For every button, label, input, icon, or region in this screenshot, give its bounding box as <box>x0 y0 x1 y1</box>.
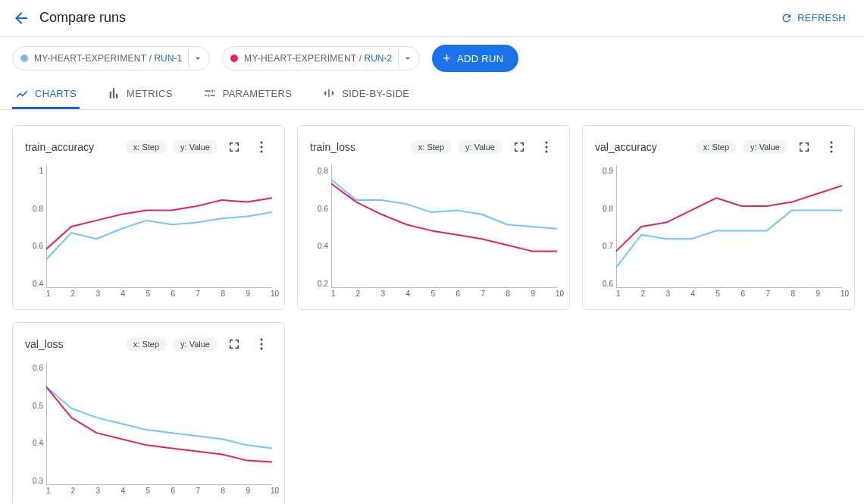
y-tick: 0.8 <box>318 167 328 175</box>
run-name-label: RUN-1 <box>154 53 182 64</box>
plot-area: 12345678910 <box>46 165 272 302</box>
chart-body: 0.60.50.40.312345678910 <box>25 362 272 499</box>
chart-body: 0.90.80.70.612345678910 <box>595 165 842 302</box>
plot-svg <box>331 165 557 288</box>
y-axis: 0.80.60.40.2 <box>310 165 331 302</box>
run-color-dot <box>230 55 238 62</box>
y-tick: 1 <box>39 167 43 175</box>
x-tick: 1 <box>46 290 47 302</box>
y-axis: 10.80.60.4 <box>25 165 46 302</box>
more-options-button-icon <box>540 140 553 154</box>
plot-svg <box>616 165 842 288</box>
x-tick: 10 <box>271 487 271 499</box>
chart-title: val_accuracy <box>595 141 690 153</box>
x-tick: 9 <box>246 290 247 302</box>
x-tick: 9 <box>531 290 532 302</box>
chart-line-icon <box>15 86 29 100</box>
plot-area: 12345678910 <box>616 165 842 302</box>
refresh-button[interactable]: REFRESH <box>775 8 852 29</box>
more-options-button[interactable] <box>821 136 842 158</box>
run-chip-run-2[interactable]: MY-HEART-EXPERIMENT / RUN-2 <box>222 46 420 70</box>
add-run-button[interactable]: + ADD RUN <box>432 45 518 72</box>
chart-body: 10.80.60.412345678910 <box>25 165 272 302</box>
x-tick: 2 <box>641 290 642 302</box>
x-tick: 5 <box>431 290 432 302</box>
y-tick: 0.6 <box>33 364 43 372</box>
tab-metrics[interactable]: METRICS <box>104 80 176 109</box>
x-tick: 3 <box>381 290 382 302</box>
refresh-icon <box>781 12 793 24</box>
chart-title: val_loss <box>25 338 120 350</box>
fullscreen-button[interactable] <box>224 136 245 158</box>
run-chip-dropdown[interactable] <box>398 49 416 67</box>
arrow-left-icon <box>12 9 30 27</box>
tab-side-by-side-label: SIDE-BY-SIDE <box>342 88 409 99</box>
chart-card-val_accuracy: val_accuracyx: Stepy: Value 0.90.80.70.6… <box>582 125 855 310</box>
add-run-label: ADD RUN <box>457 53 503 64</box>
y-tick: 0.6 <box>603 280 613 288</box>
series-line-RUN-1 <box>616 210 842 268</box>
fullscreen-button[interactable] <box>794 136 815 158</box>
more-options-button[interactable] <box>251 136 272 158</box>
y-tick: 0.4 <box>318 242 328 250</box>
more-options-button[interactable] <box>536 136 557 158</box>
series-line-RUN-2 <box>46 387 272 462</box>
chart-card-train_loss: train_lossx: Stepy: Value 0.80.60.40.212… <box>297 125 570 310</box>
chart-body: 0.80.60.40.212345678910 <box>310 165 557 302</box>
more-options-button[interactable] <box>251 333 272 355</box>
x-tick: 5 <box>146 487 147 499</box>
chart-card-val_loss: val_lossx: Stepy: Value 0.60.50.40.31234… <box>12 322 285 504</box>
y-axis-chip: y: Value <box>743 140 787 154</box>
run-chip-dropdown[interactable] <box>188 49 206 67</box>
bar-chart-icon <box>107 86 121 100</box>
fullscreen-button-icon <box>227 140 241 154</box>
x-axis: 12345678910 <box>46 487 272 499</box>
series-line-RUN-1 <box>331 180 557 229</box>
y-tick: 0.4 <box>33 280 43 288</box>
tabs: CHARTS METRICS PARAMETERS SIDE-BY-SIDE <box>0 80 864 110</box>
x-axis: 12345678910 <box>46 290 272 302</box>
y-axis-chip: y: Value <box>458 140 502 154</box>
x-tick: 6 <box>741 290 742 302</box>
fullscreen-button[interactable] <box>509 136 530 158</box>
x-tick: 4 <box>121 487 122 499</box>
x-tick: 10 <box>556 290 556 302</box>
x-tick: 2 <box>71 487 72 499</box>
y-axis-chip: y: Value <box>173 337 218 351</box>
x-tick: 10 <box>841 290 841 302</box>
tab-parameters[interactable]: PARAMETERS <box>200 80 296 109</box>
x-tick: 4 <box>121 290 122 302</box>
plot-area: 12345678910 <box>331 165 557 302</box>
sliders-icon <box>203 86 217 100</box>
x-tick: 5 <box>716 290 717 302</box>
run-color-dot <box>20 55 28 62</box>
tab-metrics-label: METRICS <box>127 88 173 99</box>
y-tick: 0.2 <box>318 280 328 288</box>
more-options-button-icon <box>255 337 268 351</box>
x-tick: 7 <box>481 290 482 302</box>
x-tick: 8 <box>221 290 222 302</box>
x-tick: 9 <box>246 487 247 499</box>
chart-title: train_loss <box>310 141 405 153</box>
runs-toolbar: MY-HEART-EXPERIMENT / RUN-1 MY-HEART-EXP… <box>0 37 864 80</box>
fullscreen-button-icon <box>512 140 526 154</box>
compare-icon <box>322 86 336 100</box>
x-tick: 3 <box>96 290 97 302</box>
more-options-button-icon <box>255 140 268 154</box>
page-title: Compare runs <box>39 10 126 26</box>
back-button[interactable] <box>12 9 30 27</box>
plot-svg <box>46 165 272 288</box>
x-tick: 3 <box>96 487 97 499</box>
page-header: Compare runs REFRESH <box>0 0 864 36</box>
x-tick: 1 <box>616 290 617 302</box>
tab-charts[interactable]: CHARTS <box>12 80 80 109</box>
fullscreen-button[interactable] <box>224 333 245 355</box>
run-chip-run-1[interactable]: MY-HEART-EXPERIMENT / RUN-1 <box>12 46 210 70</box>
fullscreen-button-icon <box>227 337 241 351</box>
tab-side-by-side[interactable]: SIDE-BY-SIDE <box>319 80 412 109</box>
more-options-button-icon <box>825 140 838 154</box>
x-tick: 5 <box>146 290 147 302</box>
y-axis-chip: y: Value <box>173 140 218 154</box>
series-line-RUN-1 <box>46 212 272 259</box>
x-tick: 6 <box>456 290 457 302</box>
